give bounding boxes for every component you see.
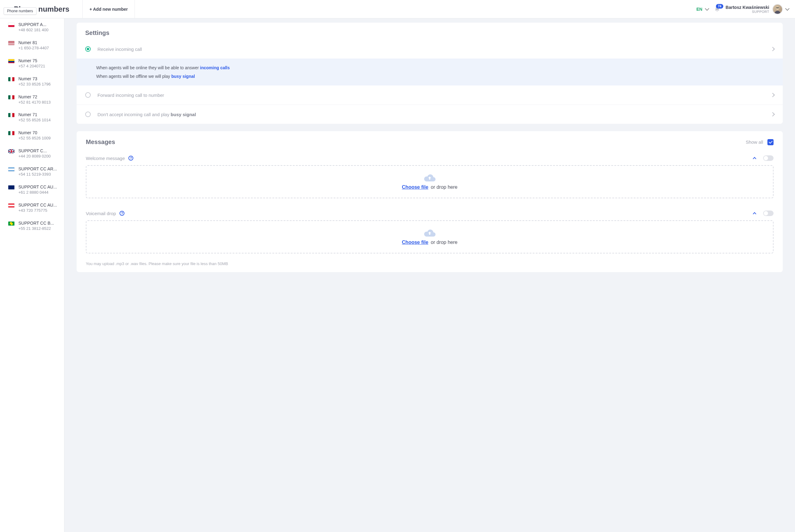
voicemail-toggle[interactable] — [763, 211, 774, 216]
flag-icon — [8, 203, 15, 208]
sidebar-item-name: SUPPORT C... — [18, 148, 60, 153]
flag-icon — [8, 185, 15, 190]
setting-reject-label: Don't accept incoming call and play busy… — [97, 112, 764, 117]
flag-icon — [8, 131, 15, 135]
upload-hint: You may upload .mp3 or .wav files. Pleas… — [77, 261, 783, 266]
flag-icon — [8, 59, 15, 63]
sidebar-item-phone: +52 81 4170 8013 — [18, 100, 60, 105]
sidebar-item[interactable]: Numer 70+52 55 8526 1009 — [0, 127, 64, 145]
incoming-calls-link[interactable]: incoming calls — [200, 65, 230, 70]
sidebar[interactable]: SUPPORT A...+48 602 181 400Numer 81+1 65… — [0, 18, 64, 532]
notifications-button[interactable]: 74 — [714, 6, 720, 13]
setting-receive[interactable]: Receive incoming call — [77, 40, 783, 59]
sidebar-item-info: SUPPORT CC AU...+43 720 775775 — [18, 203, 60, 213]
sidebar-item-name: Numer 70 — [18, 130, 60, 135]
setting-receive-label: Receive incoming call — [97, 46, 764, 52]
voicemail-dropzone[interactable]: Choose file or drop here — [86, 220, 774, 253]
language-switcher[interactable]: EN — [696, 7, 708, 12]
page-title-wrap: Phone numbers Phone numbers — [0, 0, 83, 18]
flag-icon — [8, 149, 15, 154]
chevron-right-icon — [771, 112, 775, 116]
chevron-down-icon — [785, 6, 790, 11]
flag-icon — [8, 77, 15, 81]
chevron-right-icon — [771, 93, 775, 97]
or-drop-text: or drop here — [431, 240, 458, 245]
sidebar-item-info: Numer 81+1 650-278-4407 — [18, 40, 60, 51]
sidebar-item[interactable]: Numer 71+52 55 8526 1014 — [0, 109, 64, 127]
sidebar-item-phone: +44 20 8089 0200 — [18, 154, 60, 159]
sidebar-item-name: SUPPORT CC AU... — [18, 185, 60, 189]
show-all-toggle[interactable]: Show all — [746, 139, 774, 145]
welcome-label: Welcome message — [86, 156, 125, 161]
sidebar-item[interactable]: SUPPORT CC AU...+61 2 8880 0444 — [0, 181, 64, 199]
welcome-message-section: Welcome message ? Choose file or drop he… — [77, 151, 783, 206]
sidebar-item[interactable]: SUPPORT C...+44 20 8089 0200 — [0, 145, 64, 163]
info-offline: When agents will be offline we will play… — [96, 74, 195, 79]
dropzone-text: Choose file or drop here — [402, 185, 457, 190]
sidebar-item-phone: +57 4 2040721 — [18, 64, 60, 69]
sidebar-item-name: SUPPORT CC AR... — [18, 166, 60, 171]
chevron-up-icon[interactable] — [753, 212, 756, 215]
chevron-up-icon[interactable] — [753, 157, 756, 160]
choose-file-link[interactable]: Choose file — [402, 240, 428, 245]
busy-signal-link[interactable]: busy signal — [171, 74, 195, 79]
help-icon[interactable]: ? — [119, 211, 125, 216]
sidebar-item[interactable]: SUPPORT CC B...+55 21 3812-8522 — [0, 217, 64, 235]
cloud-upload-icon — [423, 173, 436, 182]
cloud-upload-icon — [423, 229, 436, 237]
sidebar-item-info: Numer 72+52 81 4170 8013 — [18, 94, 60, 105]
title-tooltip: Phone numbers — [4, 7, 36, 15]
settings-card: Settings Receive incoming call When agen… — [77, 23, 783, 124]
sidebar-item-phone: +61 2 8880 0444 — [18, 190, 60, 195]
dropzone-content: Choose file or drop here — [402, 229, 457, 245]
flag-icon — [8, 113, 15, 117]
svg-rect-1 — [776, 7, 779, 8]
sidebar-item[interactable]: SUPPORT A...+48 602 181 400 — [0, 18, 64, 36]
setting-receive-info: When agents will be online they will be … — [77, 59, 783, 86]
sidebar-item[interactable]: Numer 73+52 33 8526 1796 — [0, 73, 64, 91]
chevron-right-icon — [771, 47, 775, 51]
voicemail-head: Voicemail drop ? — [86, 206, 774, 220]
sidebar-item-phone: +48 602 181 400 — [18, 27, 60, 33]
sidebar-item-phone: +52 55 8526 1009 — [18, 136, 60, 141]
sidebar-item-phone: +1 650-278-4407 — [18, 46, 60, 51]
sidebar-item-info: SUPPORT A...+48 602 181 400 — [18, 22, 60, 33]
setting-reject-bold: busy signal — [171, 112, 196, 117]
show-all-label: Show all — [746, 139, 763, 145]
welcome-dropzone[interactable]: Choose file or drop here — [86, 165, 774, 198]
voicemail-section: Voicemail drop ? Choose file or drop her… — [77, 206, 783, 261]
user-name: Bartosz Kwaśniewski — [726, 5, 769, 10]
setting-reject[interactable]: Don't accept incoming call and play busy… — [77, 105, 783, 124]
sidebar-item-phone: +52 55 8526 1014 — [18, 118, 60, 123]
sidebar-item-info: Numer 70+52 55 8526 1009 — [18, 130, 60, 141]
sidebar-item-name: SUPPORT CC B... — [18, 221, 60, 226]
setting-forward[interactable]: Forward incoming call to number — [77, 86, 783, 104]
sidebar-item-name: Numer 81 — [18, 40, 60, 45]
sidebar-item[interactable]: SUPPORT CC AR...+54 11 5219-3393 — [0, 163, 64, 181]
add-number-button[interactable]: + Add new number — [83, 0, 135, 18]
welcome-toggle[interactable] — [763, 155, 774, 161]
notifications-count: 74 — [716, 4, 723, 8]
sidebar-item-info: Numer 71+52 55 8526 1014 — [18, 112, 60, 123]
user-menu[interactable]: Bartosz Kwaśniewski SUPPORT — [726, 4, 789, 14]
sidebar-item[interactable]: Numer 72+52 81 4170 8013 — [0, 91, 64, 109]
voicemail-label: Voicemail drop — [86, 211, 116, 216]
choose-file-link[interactable]: Choose file — [402, 185, 428, 190]
sidebar-item[interactable]: SUPPORT CC AU...+43 720 775775 — [0, 199, 64, 217]
user-text: Bartosz Kwaśniewski SUPPORT — [726, 5, 769, 14]
sidebar-item-name: Numer 75 — [18, 58, 60, 63]
setting-reject-prefix: Don't accept incoming call and play — [97, 112, 171, 117]
chevron-down-icon — [705, 6, 709, 11]
sidebar-item-info: SUPPORT CC AR...+54 11 5219-3393 — [18, 166, 60, 177]
flag-icon — [8, 221, 15, 226]
help-icon[interactable]: ? — [128, 156, 133, 160]
sidebar-item-phone: +52 33 8526 1796 — [18, 82, 60, 87]
info-online-prefix: When agents will be online they will be … — [96, 65, 200, 70]
flag-icon — [8, 23, 15, 27]
main-content[interactable]: Settings Receive incoming call When agen… — [64, 18, 795, 532]
radio-icon — [85, 112, 91, 117]
info-offline-prefix: When agents will be offline we will play — [96, 74, 171, 79]
sidebar-item-info: SUPPORT CC B...+55 21 3812-8522 — [18, 221, 60, 231]
sidebar-item[interactable]: Numer 81+1 650-278-4407 — [0, 36, 64, 55]
sidebar-item[interactable]: Numer 75+57 4 2040721 — [0, 55, 64, 73]
